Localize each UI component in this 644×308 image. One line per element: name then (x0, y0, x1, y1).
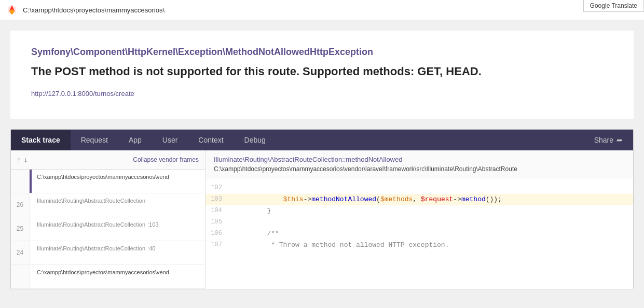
frame-class-row: Illuminate\Routing\AbstractRouteCollecti… (37, 221, 200, 228)
frame-body: Illuminate\Routing\AbstractRouteCollecti… (32, 241, 205, 264)
line-number: 106 (205, 229, 228, 239)
frame-item[interactable]: C:\xampp\htdocs\proyectos\mammyaccesorio… (11, 170, 205, 193)
top-bar: C:\xampp\htdocs\proyectos\mammyaccesorio… (0, 0, 644, 20)
frame-line: :40 (147, 245, 155, 251)
debug-panel: Stack trace Request App User Context Deb… (10, 129, 634, 289)
code-header: Illuminate\Routing\AbstractRouteCollecti… (205, 150, 633, 178)
frame-body: Illuminate\Routing\AbstractRouteCollecti… (32, 217, 205, 241)
code-line: 104 } (205, 205, 633, 217)
code-line: 105 (205, 217, 633, 228)
code-view: Illuminate\Routing\AbstractRouteCollecti… (205, 150, 633, 289)
frame-item[interactable]: 24 Illuminate\Routing\AbstractRouteColle… (11, 241, 205, 265)
frame-class: Illuminate\Routing\AbstractRouteCollecti… (37, 221, 145, 228)
panel-content: ↑ ↓ Collapse vendor frames C:\xampp\htdo… (11, 150, 633, 289)
code-line: 107 * Throw a method not allowed HTTP ex… (205, 240, 633, 251)
frame-item[interactable]: 25 Illuminate\Routing\AbstractRouteColle… (11, 217, 205, 241)
frame-item[interactable]: C:\xampp\htdocs\proyectos\mammyaccesorio… (11, 265, 205, 289)
tab-context[interactable]: Context (188, 130, 234, 150)
frame-vendor-path: C:\xampp\htdocs\proyectos\mammyaccesorio… (37, 269, 200, 275)
tab-debug[interactable]: Debug (234, 130, 276, 150)
code-line-highlight: 103 $this->methodNotAllowed($methods, $r… (205, 194, 633, 205)
code-file-path: C:\xampp\htdocs\proyectos\mammyaccesorio… (214, 165, 625, 173)
exception-message: The POST method is not supported for thi… (31, 64, 613, 79)
exception-url[interactable]: http://127.0.0.1:8000/turnos/create (31, 90, 134, 97)
tab-stack-trace[interactable]: Stack trace (11, 130, 71, 150)
frame-number (11, 170, 30, 193)
arrow-down-icon[interactable]: ↓ (24, 156, 28, 164)
arrow-up-icon[interactable]: ↑ (17, 156, 21, 164)
frame-body: Illuminate\Routing\AbstractRouteCollecti… (32, 193, 205, 217)
line-code: /** (228, 229, 279, 240)
frame-body: C:\xampp\htdocs\proyectos\mammyaccesorio… (32, 265, 205, 288)
frame-number: 25 (11, 217, 30, 241)
frame-class: Illuminate\Routing\AbstractRouteCollecti… (37, 198, 200, 204)
frame-body: C:\xampp\htdocs\proyectos\mammyaccesorio… (32, 170, 205, 193)
frame-item[interactable]: 26 Illuminate\Routing\AbstractRouteColle… (11, 193, 205, 217)
line-code: * Throw a method not allowed HTTP except… (228, 240, 449, 251)
frames-toolbar: ↑ ↓ Collapse vendor frames (11, 150, 205, 170)
line-code: $this->methodNotAllowed($methods, $reque… (228, 194, 502, 205)
line-number: 107 (205, 240, 228, 250)
line-number: 104 (205, 206, 228, 216)
line-code: } (228, 206, 271, 217)
tab-user[interactable]: User (152, 130, 188, 150)
line-number: 103 (205, 194, 228, 204)
frame-line: :103 (147, 221, 158, 228)
nav-arrows: ↑ ↓ (17, 156, 28, 164)
stack-frames: ↑ ↓ Collapse vendor frames C:\xampp\htdo… (11, 150, 205, 289)
code-line: 106 /** (205, 228, 633, 240)
line-number: 102 (205, 183, 228, 193)
frame-number: 26 (11, 193, 30, 217)
exception-class: Symfony\Component\HttpKernel\Exception\M… (31, 46, 613, 58)
google-translate-badge: Google Translate (583, 0, 644, 12)
frame-class: Illuminate\Routing\AbstractRouteCollecti… (37, 245, 145, 251)
tab-app[interactable]: App (118, 130, 152, 150)
frame-number: 24 (11, 241, 30, 264)
frame-class-row: Illuminate\Routing\AbstractRouteCollecti… (37, 245, 200, 251)
collapse-vendor-link[interactable]: Collapse vendor frames (133, 156, 199, 163)
code-lines: 102 103 $this->methodNotAllowed($methods… (205, 178, 633, 255)
frame-number (11, 265, 30, 288)
project-path: C:\xampp\htdocs\proyectos\mammyaccesorio… (23, 6, 165, 14)
share-icon: ➦ (616, 136, 623, 144)
line-number: 105 (205, 217, 228, 227)
error-section: Symfony\Component\HttpKernel\Exception\M… (10, 31, 634, 119)
code-line: 102 (205, 183, 633, 194)
tabs-row: Stack trace Request App User Context Deb… (11, 130, 633, 150)
frame-vendor-path: C:\xampp\htdocs\proyectos\mammyaccesorio… (37, 174, 200, 180)
app-logo (6, 4, 18, 16)
tab-share[interactable]: Share ➦ (584, 130, 633, 150)
tab-request[interactable]: Request (71, 130, 118, 150)
code-class-name: Illuminate\Routing\AbstractRouteCollecti… (214, 156, 625, 163)
